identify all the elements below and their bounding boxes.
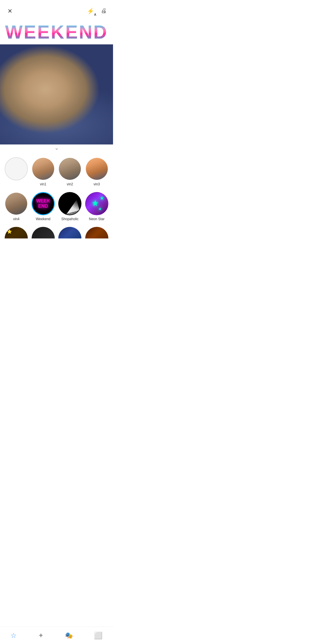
filter-vin3[interactable]: vin3 xyxy=(85,157,108,186)
save-button[interactable]: 🖨 xyxy=(99,6,108,16)
neon-star-small1: ★ xyxy=(100,195,104,201)
vin1-preview xyxy=(32,158,54,180)
filter-label-vin2: vin2 xyxy=(67,182,73,186)
filter-label-vin3: vin3 xyxy=(94,182,100,186)
photo-area[interactable]: ⌄ xyxy=(0,44,113,151)
partial-circle-dark xyxy=(32,227,55,238)
header: ✕ ⚡ A 🖨 xyxy=(0,0,113,22)
shopaholic-wedge xyxy=(60,200,81,215)
filter-circle-vin3 xyxy=(85,157,108,180)
vin4-preview xyxy=(5,193,27,215)
barcode xyxy=(63,210,81,215)
partial-circle-warm xyxy=(85,227,108,238)
filter-label-neon-star: Neon Star xyxy=(89,217,105,221)
close-icon: ✕ xyxy=(8,8,12,15)
filter-circle-vin4 xyxy=(5,192,28,215)
title-area: WEEKEND xyxy=(0,22,113,44)
filter-circle-weekend: WEEKEND xyxy=(32,192,55,215)
filter-circle-empty xyxy=(5,157,28,180)
filter-circle-shopaholic xyxy=(58,192,81,215)
filters-container: vin1 vin2 vin3 vin4 WEEKEND We xyxy=(0,151,113,244)
filter-circle-neon-star: ★ ★ ★ xyxy=(85,192,108,215)
filter-vin1[interactable]: vin1 xyxy=(32,157,55,186)
partial-circle-blue xyxy=(58,227,81,238)
stars-deco: ⭐ xyxy=(7,229,12,234)
auto-label: A xyxy=(94,13,96,16)
vin3-preview xyxy=(86,158,108,180)
header-actions: ⚡ A 🖨 xyxy=(86,6,108,16)
filter-row-2: vin4 WEEKEND Weekend Shopaholic ★ ★ ★ Ne… xyxy=(3,192,110,221)
filter-label-vin4: vin4 xyxy=(13,217,19,221)
filter-row-1: vin1 vin2 vin3 xyxy=(3,157,110,186)
filter-vin2[interactable]: vin2 xyxy=(58,157,81,186)
filter-neon-star[interactable]: ★ ★ ★ Neon Star xyxy=(85,192,108,221)
weekend-circle-text: WEEKEND xyxy=(36,198,50,209)
filter-vin4[interactable]: vin4 xyxy=(5,192,28,221)
filter-row-partial: ⭐ xyxy=(3,227,110,241)
photo-image[interactable] xyxy=(0,44,113,144)
filter-partial-dark[interactable] xyxy=(32,227,55,238)
flash-button[interactable]: ⚡ A xyxy=(86,6,95,16)
filter-label-vin1: vin1 xyxy=(40,182,46,186)
filter-circle-vin2 xyxy=(58,157,81,180)
partial-circle-stars: ⭐ xyxy=(5,227,28,238)
filter-label-shopaholic: Shopaholic xyxy=(61,217,79,221)
neon-star-small2: ★ xyxy=(98,207,102,211)
filter-partial-warm[interactable] xyxy=(85,227,108,238)
flash-icon: ⚡ xyxy=(87,8,94,15)
filter-partial-stars[interactable]: ⭐ xyxy=(5,227,28,238)
filter-label-weekend: Weekend xyxy=(36,217,50,221)
main-title: WEEKEND xyxy=(5,23,108,41)
filter-weekend[interactable]: WEEKEND Weekend xyxy=(32,192,55,221)
neon-star-big: ★ xyxy=(92,198,99,208)
vin2-preview xyxy=(59,158,81,180)
collapse-chevron[interactable]: ⌄ xyxy=(54,145,59,151)
filter-shopaholic[interactable]: Shopaholic xyxy=(58,192,81,221)
close-button[interactable]: ✕ xyxy=(5,6,15,16)
save-icon: 🖨 xyxy=(101,8,107,14)
filter-circle-vin1 xyxy=(32,157,55,180)
cat-overlay xyxy=(0,44,113,144)
filter-empty[interactable] xyxy=(5,157,28,180)
filter-partial-blue[interactable] xyxy=(58,227,81,238)
